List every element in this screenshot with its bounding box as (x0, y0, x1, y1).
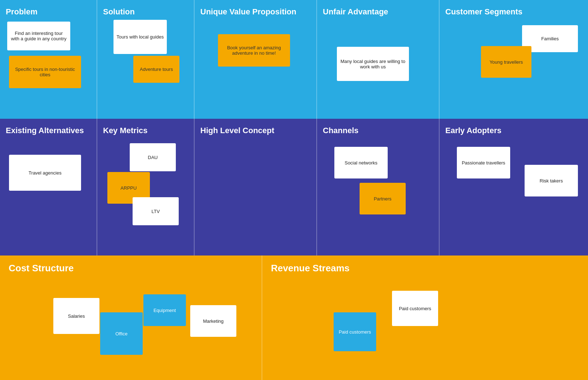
existing-alt-title: Existing Alternatives (6, 126, 91, 135)
section-uvp: Unique Value Proposition Book yourself a… (195, 0, 317, 119)
revenue-streams-title: Revenue Streams (271, 263, 582, 274)
uvp-title: Unique Value Proposition (200, 7, 311, 17)
section-revenue-streams: Revenue Streams Paid customers Paid cust… (262, 255, 588, 380)
section-existing-alternatives: Existing Alternatives Travel agencies (0, 119, 97, 255)
section-channels: Channels Social networks Partners (317, 119, 440, 255)
card-passionate-travellers[interactable]: Passionate travellers (457, 147, 510, 178)
customer-seg-title: Customer Segments (445, 7, 582, 17)
card-paid-customers-blue[interactable]: Paid customers (334, 312, 376, 351)
card-ltv[interactable]: LTV (133, 197, 179, 225)
section-key-metrics: Key Metrics DAU ARPPU LTV (97, 119, 195, 255)
section-solution: Solution Tours with local guides Adventu… (97, 0, 195, 119)
card-tours-local[interactable]: Tours with local guides (113, 20, 167, 54)
section-high-level-concept: High Level Concept (195, 119, 317, 255)
section-problem: Problem Find an interesting tour with a … (0, 0, 97, 119)
channels-title: Channels (323, 126, 433, 135)
card-specific-tours[interactable]: Specific tours in non-touristic cities (9, 56, 81, 88)
section-cost-structure: Cost Structure Salaries Office Equipment… (0, 255, 262, 380)
card-equipment[interactable]: Equipment (143, 294, 186, 326)
early-adopters-title: Early Adopters (445, 126, 582, 135)
card-partners[interactable]: Partners (360, 183, 406, 214)
problem-title: Problem (6, 7, 91, 17)
solution-title: Solution (103, 7, 188, 17)
cost-structure-title: Cost Structure (9, 263, 256, 274)
card-paid-customers-white[interactable]: Paid customers (392, 291, 438, 326)
card-marketing[interactable]: Marketing (190, 305, 236, 337)
card-adventure-tours[interactable]: Adventure tours (133, 56, 179, 83)
row-2: Existing Alternatives Travel agencies Ke… (0, 119, 588, 255)
card-young-travellers[interactable]: Young travellers (481, 46, 531, 78)
card-local-guides[interactable]: Many local guides are willing to work wi… (337, 47, 409, 81)
row-3: Cost Structure Salaries Office Equipment… (0, 255, 588, 380)
card-office[interactable]: Office (100, 312, 143, 355)
hlc-title: High Level Concept (200, 126, 311, 135)
key-metrics-title: Key Metrics (103, 126, 188, 135)
card-find-tour[interactable]: Find an interesting tour with a guide in… (7, 22, 70, 50)
lean-canvas: Problem Find an interesting tour with a … (0, 0, 588, 380)
section-customer-segments: Customer Segments Families Young travell… (440, 0, 588, 119)
row-1: Problem Find an interesting tour with a … (0, 0, 588, 119)
card-salaries[interactable]: Salaries (53, 298, 99, 334)
section-early-adopters: Early Adopters Passionate travellers Ris… (440, 119, 588, 255)
card-social-networks[interactable]: Social networks (334, 147, 388, 178)
card-book-adventure[interactable]: Book yourself an amazing adventure in no… (218, 34, 290, 67)
unfair-title: Unfair Advantage (323, 7, 433, 17)
card-dau[interactable]: DAU (130, 143, 176, 171)
card-risk-takers[interactable]: Risk takers (525, 165, 578, 196)
card-travel-agencies[interactable]: Travel agencies (9, 155, 81, 191)
section-unfair-advantage: Unfair Advantage Many local guides are w… (317, 0, 440, 119)
